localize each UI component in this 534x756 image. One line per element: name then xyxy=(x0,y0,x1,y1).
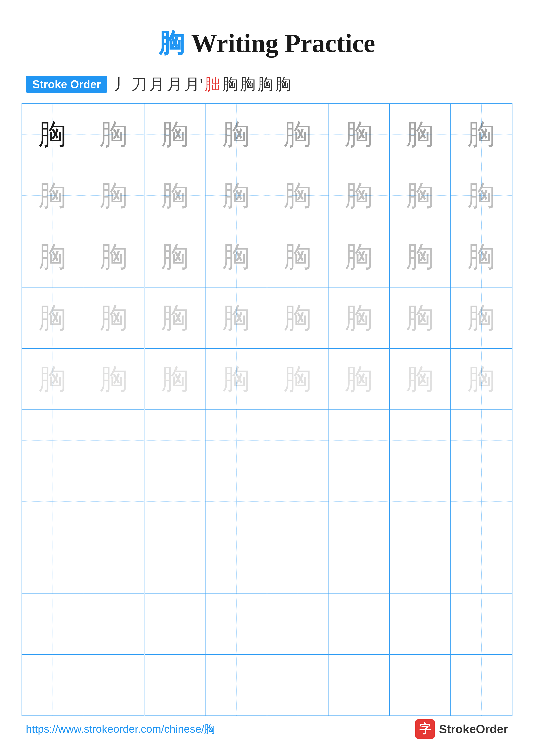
empty-cell[interactable] xyxy=(451,532,512,593)
grid-cell: 胸 xyxy=(390,165,451,226)
grid-cell: 胸 xyxy=(83,348,144,410)
grid-cell: 胸 xyxy=(206,287,267,348)
stroke-8: 胸 xyxy=(240,74,256,94)
brand-icon: 字 xyxy=(415,719,435,739)
grid-cell: 胸 xyxy=(390,348,451,410)
grid-cell: 胸 xyxy=(206,165,267,226)
empty-cell[interactable] xyxy=(390,655,451,716)
brand-name: StrokeOrder xyxy=(439,722,508,736)
grid-cell: 胸 xyxy=(144,226,206,287)
empty-cell[interactable] xyxy=(267,410,328,471)
grid-cell: 胸 xyxy=(451,226,512,287)
footer-url[interactable]: https://www.strokeorder.com/chinese/胸 xyxy=(26,722,215,736)
grid-cell: 胸 xyxy=(328,165,390,226)
grid-cell: 胸 xyxy=(390,226,451,287)
empty-cell[interactable] xyxy=(22,410,83,471)
grid-cell: 胸 xyxy=(83,165,144,226)
footer-brand: 字 StrokeOrder xyxy=(415,719,508,739)
empty-cell[interactable] xyxy=(22,471,83,532)
stroke-order-badge: Stroke Order xyxy=(26,76,107,93)
empty-cell[interactable] xyxy=(206,410,267,471)
grid-cell: 胸 xyxy=(267,165,328,226)
empty-cell[interactable] xyxy=(83,410,144,471)
empty-cell[interactable] xyxy=(390,593,451,655)
stroke-3: 月 xyxy=(149,74,165,94)
grid-cell: 胸 xyxy=(206,226,267,287)
grid-cell: 胸 xyxy=(328,226,390,287)
empty-cell[interactable] xyxy=(267,532,328,593)
stroke-5: 月' xyxy=(184,74,203,94)
grid-cell: 胸 xyxy=(144,348,206,410)
grid-cell: 胸 xyxy=(390,287,451,348)
grid-cell: 胸 xyxy=(390,104,451,165)
stroke-4: 月 xyxy=(167,74,182,94)
empty-cell[interactable] xyxy=(144,471,206,532)
grid-cell: 胸 xyxy=(267,287,328,348)
empty-cell[interactable] xyxy=(328,471,390,532)
empty-cell[interactable] xyxy=(83,532,144,593)
empty-cell[interactable] xyxy=(451,410,512,471)
empty-cell[interactable] xyxy=(83,593,144,655)
grid-cell: 胸 xyxy=(451,104,512,165)
empty-cell[interactable] xyxy=(144,532,206,593)
grid-cell: 胸 xyxy=(83,287,144,348)
title-char: 胸 xyxy=(159,29,185,58)
grid-cell: 胸 xyxy=(83,104,144,165)
empty-cell[interactable] xyxy=(390,471,451,532)
empty-cell[interactable] xyxy=(267,655,328,716)
grid-cell: 胸 xyxy=(22,287,83,348)
grid-cell: 胸 xyxy=(328,287,390,348)
grid-cell: 胸 xyxy=(451,165,512,226)
grid-cell: 胸 xyxy=(22,165,83,226)
grid-cell: 胸 xyxy=(451,287,512,348)
empty-cell[interactable] xyxy=(328,410,390,471)
page-title: 胸 Writing Practice xyxy=(0,0,534,74)
empty-cell[interactable] xyxy=(451,655,512,716)
stroke-9: 胸 xyxy=(258,74,273,94)
grid-cell: 胸 xyxy=(83,226,144,287)
empty-cell[interactable] xyxy=(22,532,83,593)
grid-cell: 胸 xyxy=(267,226,328,287)
grid-cell: 胸 xyxy=(22,104,83,165)
empty-cell[interactable] xyxy=(144,655,206,716)
stroke-7: 胸 xyxy=(222,74,238,94)
empty-cell[interactable] xyxy=(83,471,144,532)
empty-cell[interactable] xyxy=(144,593,206,655)
empty-cell[interactable] xyxy=(144,410,206,471)
empty-cell[interactable] xyxy=(83,655,144,716)
empty-cell[interactable] xyxy=(451,593,512,655)
grid-cell: 胸 xyxy=(22,226,83,287)
grid-cell: 胸 xyxy=(206,348,267,410)
empty-cell[interactable] xyxy=(22,655,83,716)
empty-cell[interactable] xyxy=(22,593,83,655)
grid-cell: 胸 xyxy=(144,104,206,165)
stroke-sequence: 丿 刀 月 月 月' 胐 胸 胸 胸 胸 xyxy=(114,74,291,94)
empty-cell[interactable] xyxy=(267,593,328,655)
empty-cell[interactable] xyxy=(390,410,451,471)
empty-cell[interactable] xyxy=(390,532,451,593)
stroke-6: 胐 xyxy=(205,74,220,94)
empty-cell[interactable] xyxy=(451,471,512,532)
footer: https://www.strokeorder.com/chinese/胸 字 … xyxy=(0,719,534,739)
grid-cell: 胸 xyxy=(328,104,390,165)
grid-cell: 胸 xyxy=(267,348,328,410)
grid-cell: 胸 xyxy=(206,104,267,165)
empty-cell[interactable] xyxy=(206,593,267,655)
stroke-1: 丿 xyxy=(114,74,129,94)
grid-cell: 胸 xyxy=(144,165,206,226)
empty-cell[interactable] xyxy=(328,655,390,716)
grid-cell: 胸 xyxy=(451,348,512,410)
empty-cell[interactable] xyxy=(206,532,267,593)
grid-cell: 胸 xyxy=(328,348,390,410)
empty-cell[interactable] xyxy=(206,471,267,532)
empty-cell[interactable] xyxy=(267,471,328,532)
empty-cell[interactable] xyxy=(206,655,267,716)
grid-cell: 胸 xyxy=(144,287,206,348)
grid-cell: 胸 xyxy=(22,348,83,410)
practice-grid: 胸 胸 胸 胸 胸 胸 胸 胸 胸 胸 胸 胸 胸 胸 胸 胸 胸 胸 胸 胸 … xyxy=(21,103,513,716)
stroke-order-section: Stroke Order 丿 刀 月 月 月' 胐 胸 胸 胸 胸 xyxy=(0,74,534,94)
grid-cell: 胸 xyxy=(267,104,328,165)
title-text: Writing Practice xyxy=(185,29,375,58)
empty-cell[interactable] xyxy=(328,532,390,593)
empty-cell[interactable] xyxy=(328,593,390,655)
